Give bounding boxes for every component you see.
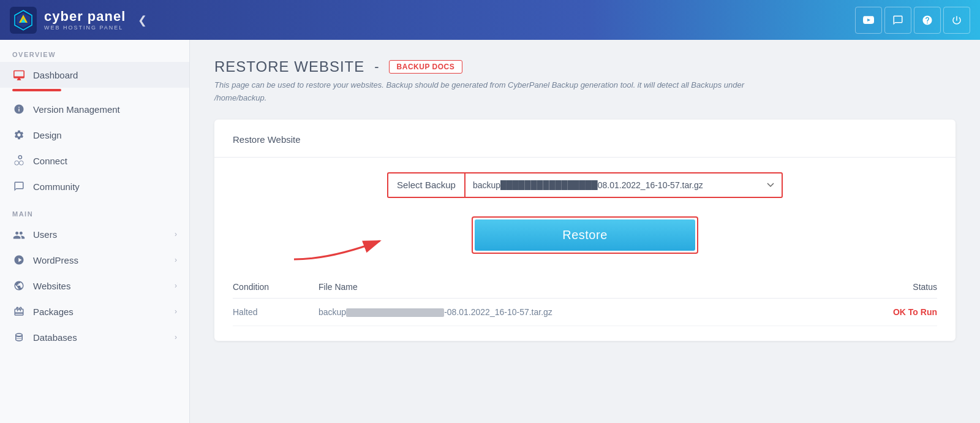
youtube-button[interactable] xyxy=(855,7,882,34)
sidebar-item-databases[interactable]: Databases › xyxy=(0,324,189,350)
power-button[interactable] xyxy=(943,7,970,34)
table-cell-status: OK To Run xyxy=(839,307,937,317)
sidebar-item-design-label: Design xyxy=(33,130,177,140)
help-button[interactable] xyxy=(914,7,941,34)
wordpress-arrow-icon: › xyxy=(175,256,177,264)
sidebar-item-monitor[interactable]: Dashboard xyxy=(0,62,189,88)
sidebar: OVERVIEW Dashboard Version Management De… xyxy=(0,40,190,423)
users-icon xyxy=(12,227,26,241)
page-title: RESTORE WEBSITE xyxy=(214,58,364,75)
restore-button-wrapper: Restore xyxy=(472,216,698,254)
arrow-annotation xyxy=(282,223,417,265)
users-arrow-icon: › xyxy=(175,230,177,238)
sidebar-active-indicator xyxy=(12,89,61,91)
select-backup-label: Select Backup xyxy=(387,172,464,198)
design-icon xyxy=(12,128,26,142)
databases-arrow-icon: › xyxy=(175,333,177,341)
header: cyber panel WEB HOSTING PANEL ❮ xyxy=(0,0,980,40)
sidebar-item-community-label: Community xyxy=(33,181,177,192)
select-backup-form-row: Select Backup backup████████████████08.0… xyxy=(233,172,937,198)
packages-arrow-icon: › xyxy=(175,307,177,316)
title-separator: - xyxy=(374,59,379,75)
chat-button[interactable] xyxy=(884,7,911,34)
sidebar-item-users[interactable]: Users › xyxy=(0,221,189,247)
sidebar-overview-label: OVERVIEW xyxy=(0,40,189,62)
card-divider xyxy=(214,157,956,158)
sidebar-item-connect[interactable]: Connect xyxy=(0,148,189,173)
sidebar-item-packages[interactable]: Packages › xyxy=(0,299,189,324)
logo-sub: WEB HOSTING PANEL xyxy=(44,25,126,31)
table-cell-filename: backup-08.01.2022_16-10-57.tar.gz xyxy=(318,307,839,317)
community-icon xyxy=(12,180,26,193)
sidebar-item-version-label: Version Management xyxy=(33,104,177,115)
logo-icon xyxy=(10,7,37,34)
websites-icon xyxy=(12,279,26,292)
sidebar-item-design[interactable]: Design xyxy=(0,122,189,148)
restore-website-card: Restore Website Select Backup backup████… xyxy=(214,120,956,341)
logo-name: cyber panel xyxy=(44,9,126,24)
header-left: cyber panel WEB HOSTING PANEL ❮ xyxy=(10,7,152,34)
logo-text: cyber panel WEB HOSTING PANEL xyxy=(44,9,126,30)
sidebar-item-databases-label: Databases xyxy=(33,332,167,343)
sidebar-item-wordpress[interactable]: WordPress › xyxy=(0,247,189,273)
info-icon xyxy=(12,102,26,116)
restore-section: Restore xyxy=(233,216,937,254)
table-cell-condition: Halted xyxy=(233,307,318,317)
main-layout: OVERVIEW Dashboard Version Management De… xyxy=(0,40,980,423)
sidebar-item-users-label: Users xyxy=(33,229,167,240)
card-title: Restore Website xyxy=(233,134,937,145)
header-right xyxy=(855,7,970,34)
page-title-row: RESTORE WEBSITE - BACKUP DOCS xyxy=(214,58,956,75)
sidebar-item-websites[interactable]: Websites › xyxy=(0,273,189,299)
restore-button[interactable]: Restore xyxy=(475,219,695,251)
sidebar-item-version[interactable]: Version Management xyxy=(0,96,189,122)
sidebar-item-dashboard-label: Dashboard xyxy=(33,70,177,80)
wordpress-icon xyxy=(12,253,26,267)
table-header-filename: File Name xyxy=(318,282,839,292)
restore-table: Condition File Name Status Halted backup… xyxy=(233,276,937,326)
content-area: RESTORE WEBSITE - BACKUP DOCS This page … xyxy=(190,40,980,423)
table-row: Halted backup-08.01.2022_16-10-57.tar.gz… xyxy=(233,299,937,326)
sidebar-item-community[interactable]: Community xyxy=(0,173,189,199)
page-description: This page can be used to restore your we… xyxy=(214,79,956,105)
connect-icon xyxy=(12,154,26,167)
sidebar-main-label: MAIN xyxy=(0,199,189,221)
packages-icon xyxy=(12,305,26,318)
backup-docs-button[interactable]: BACKUP DOCS xyxy=(389,60,463,74)
websites-arrow-icon: › xyxy=(175,281,177,290)
table-header-condition: Condition xyxy=(233,282,318,292)
select-backup-dropdown[interactable]: backup████████████████08.01.2022_16-10-5… xyxy=(464,172,783,198)
table-header-status: Status xyxy=(839,282,937,292)
blurred-filename xyxy=(346,308,444,317)
monitor-icon xyxy=(12,68,26,82)
sidebar-item-websites-label: Websites xyxy=(33,281,167,291)
databases-icon xyxy=(12,330,26,344)
sidebar-item-wordpress-label: WordPress xyxy=(33,255,167,265)
table-header: Condition File Name Status xyxy=(233,276,937,299)
collapse-sidebar-button[interactable]: ❮ xyxy=(133,11,152,29)
sidebar-item-connect-label: Connect xyxy=(33,156,177,166)
sidebar-item-packages-label: Packages xyxy=(33,307,167,317)
